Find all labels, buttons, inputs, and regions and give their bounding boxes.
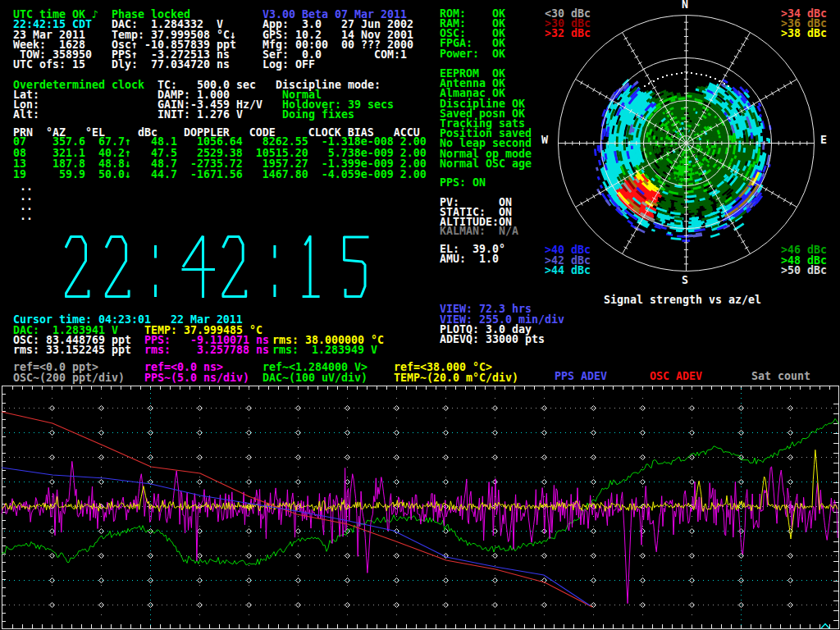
osc-adev-label: OSC ADEV	[650, 371, 702, 381]
status-osc-age: Normal OSC age	[440, 158, 532, 169]
dly: Dly: 77.034720 ns	[112, 59, 230, 70]
log-status: Log: OFF	[262, 59, 315, 70]
utc-offset: UTC ofs: 15	[13, 59, 85, 70]
alt-label: Alt:	[13, 109, 39, 120]
sat-row-13: 13 187.8 48.8↓ 48.7 -2735.72 1957.27 -1.…	[13, 158, 427, 169]
map-caption: Signal strength vs az/el	[604, 294, 761, 305]
clock-digits	[66, 236, 369, 299]
dac-rms: rms: 1.283949 V	[272, 345, 377, 355]
sat-count-label: Sat count	[751, 371, 810, 381]
sat-placeholder-4: ..	[13, 211, 33, 221]
kalman-status: KALMAN: N/A	[440, 226, 518, 236]
history-plot	[0, 382, 840, 630]
sat-row-19: 19 59.9 50.0↓ 44.7 -1671.56 1467.80 -4.0…	[13, 169, 427, 180]
pps-status: PPS: ON	[440, 177, 486, 188]
big-digital-clock	[65, 235, 377, 301]
osc-rms: rms: 33.152245 ppt	[13, 345, 131, 355]
status-power: Power: OK	[440, 48, 505, 59]
pps-rms: rms: 3.257788 ns	[144, 345, 269, 355]
init-value: INIT: 1.276 V	[158, 109, 243, 120]
satellite-signal-map	[538, 0, 840, 295]
amu-mask: AMU: 1.0	[440, 253, 499, 264]
doing-fixes: Doing fixes	[282, 109, 354, 120]
pps-adev-label: PPS ADEV	[555, 371, 607, 381]
lady-heather-screen: UTC time OK ♪22:42:15 CDT23 Mar 2011Week…	[0, 0, 840, 630]
sat-row-07: 07 357.6 67.7↑ 48.1 1056.64 8262.55 -1.3…	[13, 136, 427, 147]
adev-queue: ADEVQ: 33000 pts	[440, 334, 545, 345]
